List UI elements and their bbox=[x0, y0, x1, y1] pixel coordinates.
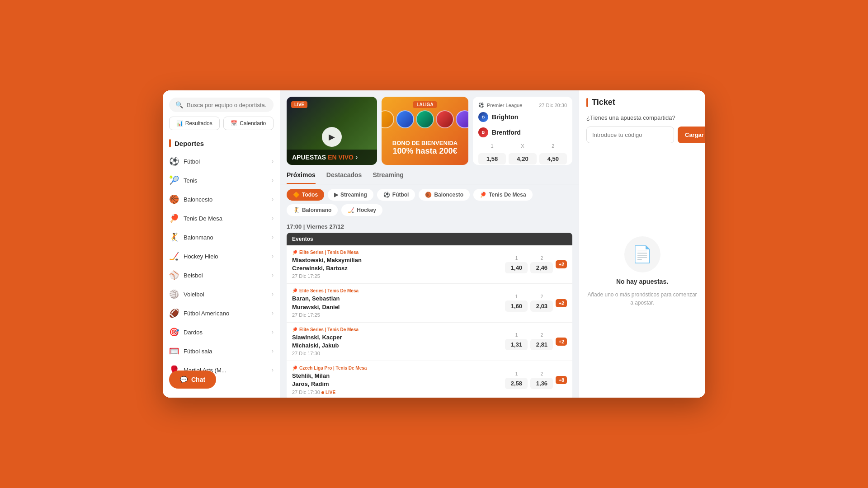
tab-destacados[interactable]: Destacados bbox=[326, 171, 362, 184]
sidebar-item-tenis[interactable]: 🎾 Tenis › bbox=[163, 171, 280, 190]
sport-emoji-dardos: 🎯 bbox=[169, 327, 179, 337]
sidebar-item-futbol[interactable]: ⚽ Fútbol › bbox=[163, 152, 280, 171]
tab-streaming[interactable]: Streaming bbox=[373, 171, 403, 184]
calendario-label: Calendario bbox=[240, 120, 266, 127]
tab-proximos[interactable]: Próximos bbox=[287, 171, 316, 184]
odd-box-2-3[interactable]: 1,36 bbox=[530, 378, 553, 389]
odd-col-1-0: 1 1,40 bbox=[505, 256, 528, 273]
load-button[interactable]: Cargar bbox=[678, 127, 705, 143]
filter-hockey[interactable]: 🏒Hockey bbox=[341, 204, 382, 216]
resultados-label: Resultados bbox=[185, 120, 212, 127]
plus-badge-0[interactable]: +2 bbox=[556, 260, 567, 268]
document-icon: 📄 bbox=[632, 245, 652, 264]
event-odds-3: 1 2,58 2 1,36 +8 bbox=[505, 371, 567, 389]
player-5 bbox=[456, 110, 468, 128]
filter-label-tenis-mesa: Tenis De Mesa bbox=[489, 192, 526, 198]
chevron-icon-futbol: › bbox=[272, 158, 274, 164]
empty-title: No hay apuestas. bbox=[616, 278, 668, 285]
odd-col-2-0: 2 2,46 bbox=[530, 256, 553, 273]
sport-emoji-balonmano: 🤾 bbox=[169, 232, 179, 242]
table-row[interactable]: 🏓 Elite Series | Tenis De Mesa Baran, Se… bbox=[287, 284, 572, 322]
table-row[interactable]: 🏓 Elite Series | Tenis De Mesa Slawinski… bbox=[287, 323, 572, 361]
filter-streaming[interactable]: ▶Streaming bbox=[328, 189, 373, 201]
odd-header-1-3: 1 bbox=[515, 371, 518, 376]
code-input[interactable] bbox=[586, 127, 674, 143]
plus-badge-3[interactable]: +8 bbox=[556, 376, 567, 384]
filter-tenis-mesa[interactable]: 🏓Tenis De Mesa bbox=[473, 189, 532, 201]
hero-banner[interactable]: LALIGA BONO DE BIENVENIDA 100% hasta 200… bbox=[382, 97, 468, 165]
search-box[interactable]: 🔍 bbox=[169, 98, 274, 112]
code-row: Cargar bbox=[586, 127, 698, 143]
odd-x-val[interactable]: 4,20 bbox=[509, 153, 536, 164]
search-input[interactable] bbox=[187, 102, 267, 108]
odd-box-2-1[interactable]: 2,03 bbox=[530, 300, 553, 312]
chevron-icon-futbol-americano: › bbox=[272, 310, 274, 316]
sidebar-item-futbol-sala[interactable]: 🥅 Fútbol sala › bbox=[163, 342, 280, 361]
league-name: ⚽ Premier League bbox=[478, 102, 522, 108]
event-league-3: 🏓 Czech Liga Pro | Tenis De Mesa bbox=[292, 366, 505, 371]
odd-box-1-0[interactable]: 1,40 bbox=[505, 262, 528, 273]
banner-text: BONO DE BIENVENIDA 100% hasta 200€ bbox=[392, 140, 458, 156]
event-league-2: 🏓 Elite Series | Tenis De Mesa bbox=[292, 327, 505, 332]
sidebar-item-futbol-americano[interactable]: 🏈 Fútbol Americano › bbox=[163, 304, 280, 323]
odd-1-val[interactable]: 1,58 bbox=[478, 153, 506, 164]
event-teams-2: Slawinski, KacperMichalski, Jakub bbox=[292, 333, 505, 350]
filter-label-streaming: Streaming bbox=[340, 192, 367, 198]
sidebar-item-balonmano[interactable]: 🤾 Balonmano › bbox=[163, 228, 280, 247]
sidebar-item-tenis-mesa[interactable]: 🏓 Tenis De Mesa › bbox=[163, 209, 280, 228]
odd-box-1-1[interactable]: 1,60 bbox=[505, 300, 528, 312]
event-teams-3: Stehlik, MilanJaros, Radim bbox=[292, 372, 505, 388]
event-info-0: 🏓 Elite Series | Tenis De Mesa Miastowsk… bbox=[292, 250, 505, 279]
sport-label-voleibol: Voleibol bbox=[184, 291, 272, 298]
event-odds-0: 1 1,40 2 2,46 +2 bbox=[505, 256, 567, 273]
events-list: 🏓 Elite Series | Tenis De Mesa Miastowsk… bbox=[287, 245, 572, 398]
odd-box-1-2[interactable]: 1,31 bbox=[505, 339, 528, 350]
league-dot-0: 🏓 bbox=[292, 250, 297, 255]
amount-text: 100% hasta 200€ bbox=[392, 146, 458, 156]
sidebar-item-voleibol[interactable]: 🏐 Voleibol › bbox=[163, 285, 280, 304]
odd-col-2-2: 2 2,81 bbox=[530, 333, 553, 350]
match-card: ⚽ Premier League 27 Dic 20:30 B Brighton… bbox=[473, 97, 572, 165]
odd-box-1-3[interactable]: 2,58 bbox=[505, 378, 528, 389]
player-4 bbox=[436, 110, 454, 128]
sport-label-beisbol: Beisbol bbox=[184, 272, 272, 279]
event-info-3: 🏓 Czech Liga Pro | Tenis De Mesa Stehlik… bbox=[292, 366, 505, 394]
sport-emoji-baloncesto: 🏀 bbox=[169, 194, 179, 204]
sidebar-item-hockey-hielo[interactable]: 🏒 Hockey Hielo › bbox=[163, 247, 280, 266]
filter-futbol[interactable]: ⚽Fútbol bbox=[377, 189, 415, 201]
event-odds-2: 1 1,31 2 2,81 +2 bbox=[505, 333, 567, 350]
sidebar-item-beisbol[interactable]: ⚾ Beisbol › bbox=[163, 266, 280, 285]
sidebar-item-baloncesto[interactable]: 🏀 Baloncesto › bbox=[163, 190, 280, 209]
filter-todos[interactable]: 🔶Todos bbox=[287, 189, 324, 201]
filter-balonmano[interactable]: 🤾Balonmano bbox=[287, 204, 338, 216]
plus-badge-1[interactable]: +2 bbox=[556, 299, 567, 307]
player-3 bbox=[416, 110, 434, 128]
plus-badge-2[interactable]: +2 bbox=[556, 338, 567, 346]
table-row[interactable]: 🏓 Elite Series | Tenis De Mesa Miastowsk… bbox=[287, 245, 572, 284]
play-button[interactable]: ▶ bbox=[322, 127, 342, 147]
sidebar-item-dardos[interactable]: 🎯 Dardos › bbox=[163, 323, 280, 342]
odd-box-2-2[interactable]: 2,81 bbox=[530, 339, 553, 350]
hero-video[interactable]: LIVE ▶ APUESTAS EN VIVO › bbox=[287, 97, 377, 165]
calendario-button[interactable]: 📅 Calendario bbox=[223, 117, 274, 130]
time-header: 17:00 | Viernes 27/12 bbox=[287, 223, 572, 230]
chat-button[interactable]: 💬 Chat bbox=[169, 371, 216, 389]
match-header: ⚽ Premier League 27 Dic 20:30 bbox=[478, 102, 567, 108]
arrow-icon: › bbox=[355, 153, 358, 161]
odd-col-1-3: 1 2,58 bbox=[505, 371, 528, 389]
filter-baloncesto[interactable]: 🏀Baloncesto bbox=[419, 189, 470, 201]
odd-header-1-1: 1 bbox=[515, 294, 518, 299]
odd-box-2-0[interactable]: 2,46 bbox=[530, 262, 553, 273]
league-badge: LALIGA bbox=[413, 101, 437, 108]
filter-label-baloncesto: Baloncesto bbox=[434, 192, 463, 198]
filter-icon-streaming: ▶ bbox=[334, 192, 338, 198]
odd-header-1-0: 1 bbox=[515, 256, 518, 261]
sidebar: 🔍 📊 Resultados 📅 Calendario Deportes ⚽ F… bbox=[163, 90, 280, 398]
sport-emoji-futbol: ⚽ bbox=[169, 156, 179, 166]
resultados-button[interactable]: 📊 Resultados bbox=[169, 117, 220, 130]
table-row[interactable]: 🏓 Czech Liga Pro | Tenis De Mesa Stehlik… bbox=[287, 361, 572, 398]
chevron-icon-martial-arts: › bbox=[272, 367, 274, 373]
odd-2-val[interactable]: 4,50 bbox=[539, 153, 567, 164]
odd-col-1-1: 1 1,60 bbox=[505, 294, 528, 312]
event-time-2: 27 Dic 17:30 bbox=[292, 351, 505, 356]
